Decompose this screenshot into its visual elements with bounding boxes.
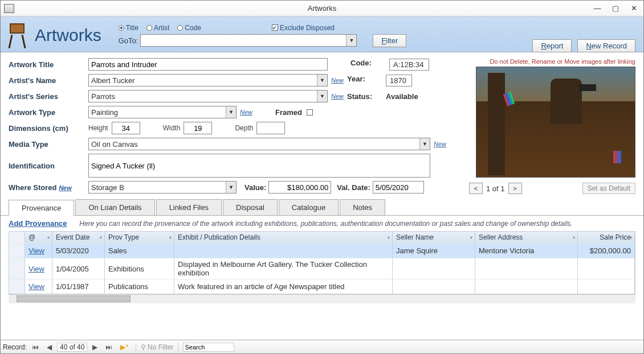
maximize-button[interactable]: ▢ — [607, 2, 624, 15]
artwork-type-select[interactable]: Painting▼ — [88, 106, 237, 118]
goto-title-radio[interactable]: Title — [119, 24, 138, 32]
search-input[interactable] — [183, 343, 234, 352]
tab-on-loan[interactable]: On Loan Details — [75, 199, 154, 215]
image-warning: Do not Delete, Rename or Move images aft… — [464, 58, 635, 65]
identification-input[interactable] — [88, 154, 430, 178]
val-date-label: Val. Date: — [337, 183, 370, 192]
dimensions-label: Dimensions (cm) — [9, 124, 88, 133]
artist-name-label: Artist's Name — [9, 76, 88, 85]
depth-input[interactable] — [256, 122, 285, 134]
height-label: Height — [88, 124, 108, 132]
image-prev-button[interactable]: < — [469, 183, 483, 194]
provenance-grid: @▾ Event Date▾ Prov Type▾ Exhibit / Publ… — [9, 231, 635, 294]
where-stored-label: Where Stored New — [9, 183, 88, 192]
where-stored-select[interactable]: Storage B▼ — [88, 181, 237, 194]
table-row[interactable]: View 1/04/2005 Exhibitions Displayed in … — [9, 258, 635, 279]
framed-label: Framed — [275, 108, 302, 117]
new-artist-link[interactable]: New — [331, 77, 344, 84]
view-link[interactable]: View — [28, 282, 44, 291]
artist-series-select[interactable]: Parrots▼ — [88, 90, 328, 102]
record-label: Record: — [3, 343, 27, 351]
form-icon — [4, 4, 14, 13]
page-title: Artworks — [35, 26, 101, 45]
nav-prev-button[interactable]: ◀ — [44, 343, 55, 352]
goto-label: GoTo: — [119, 36, 138, 45]
new-type-link[interactable]: New — [240, 109, 252, 116]
title-bar: Artworks — ▢ ✕ — [1, 1, 643, 17]
add-provenance-link[interactable]: Add Provenance — [9, 219, 67, 228]
new-media-link[interactable]: New — [434, 141, 446, 147]
depth-label: Depth — [235, 124, 253, 132]
width-input[interactable] — [184, 122, 212, 134]
code-value: A:12B:34 — [389, 59, 429, 71]
tab-catalogue[interactable]: Catalogue — [279, 199, 339, 215]
table-row[interactable]: View 1/01/1987 Publications Work feature… — [9, 279, 635, 294]
year-value[interactable]: 1870 — [386, 75, 412, 87]
image-next-button[interactable]: > — [508, 183, 522, 194]
view-link[interactable]: View — [28, 265, 44, 273]
record-position: 40 of 40 — [57, 343, 87, 352]
close-button[interactable]: ✕ — [625, 2, 642, 15]
new-series-link[interactable]: New — [331, 93, 344, 100]
nav-next-button[interactable]: ▶ — [89, 343, 100, 352]
framed-checkbox[interactable] — [307, 109, 313, 116]
nav-first-button[interactable]: ⏮ — [29, 343, 42, 352]
val-date-input[interactable] — [373, 181, 424, 194]
set-default-button[interactable]: Set as Default — [582, 183, 635, 194]
height-input[interactable] — [112, 122, 140, 134]
header-bar: Artworks Title Artist Code ✔Exclude Disp… — [1, 17, 643, 52]
artwork-title-label: Artwork Title — [9, 60, 88, 69]
status-value: Available — [386, 92, 418, 101]
status-bar: Record: ⏮ ◀ 40 of 40 ▶ ⏭ ▶* ⚲ No Filter — [1, 340, 643, 353]
tab-disposal[interactable]: Disposal — [223, 199, 278, 215]
artwork-image[interactable] — [476, 67, 635, 178]
new-record-button[interactable]: New Record — [577, 39, 635, 52]
artist-name-select[interactable]: Albert Tucker▼ — [88, 74, 328, 87]
identification-label: Identification — [9, 162, 88, 170]
no-filter-indicator[interactable]: ⚲ No Filter — [141, 343, 173, 351]
view-link[interactable]: View — [28, 246, 44, 255]
tab-notes[interactable]: Notes — [340, 199, 385, 215]
year-label: Year: — [347, 75, 381, 87]
artist-series-label: Artist's Series — [9, 92, 88, 101]
artwork-type-label: Artwork Type — [9, 108, 88, 117]
exclude-disposed-checkbox[interactable]: ✔Exclude Disposed — [272, 24, 335, 32]
minimize-button[interactable]: — — [589, 2, 606, 15]
goto-artist-radio[interactable]: Artist — [146, 24, 169, 32]
horizontal-scrollbar[interactable] — [9, 294, 635, 303]
media-type-select[interactable]: Oil on Canvas▼ — [88, 138, 430, 150]
tab-linked-files[interactable]: Linked Files — [156, 199, 222, 215]
goto-code-radio[interactable]: Code — [177, 24, 201, 32]
value-input[interactable] — [268, 181, 331, 194]
provenance-hint: Here you can record the provenance of th… — [79, 220, 572, 228]
media-type-label: Media Type — [9, 140, 88, 149]
status-label: Status: — [347, 92, 381, 101]
code-label: Code: — [350, 59, 385, 71]
new-storage-link[interactable]: New — [59, 184, 72, 191]
tab-provenance[interactable]: Provenance — [9, 200, 74, 216]
window-title: Artworks — [308, 4, 337, 13]
nav-last-button[interactable]: ⏭ — [103, 343, 115, 352]
nav-new-button[interactable]: ▶* — [117, 343, 131, 352]
value-label: Value: — [244, 183, 266, 192]
table-row[interactable]: View 5/03/2020 Sales Jame Squire Mentone… — [9, 243, 635, 258]
artworks-icon — [6, 21, 29, 50]
filter-button[interactable]: Filter — [373, 34, 406, 47]
tab-bar: Provenance On Loan Details Linked Files … — [1, 199, 643, 216]
report-button[interactable]: Report — [532, 39, 572, 52]
width-label: Width — [163, 124, 181, 132]
image-pager-text: 1 of 1 — [486, 184, 505, 193]
goto-select[interactable]: ▼ — [140, 34, 357, 47]
artwork-title-input[interactable] — [88, 58, 328, 71]
